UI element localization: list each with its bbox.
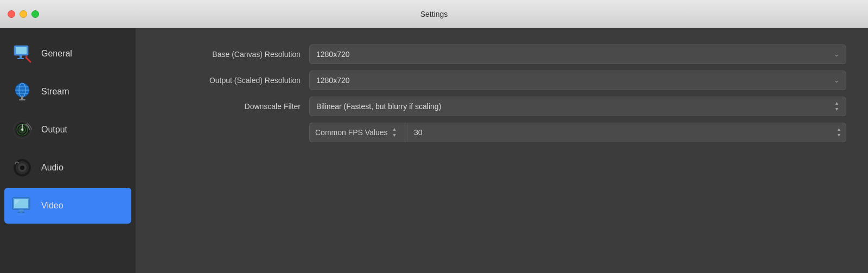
close-button[interactable] <box>8 10 15 18</box>
svg-rect-2 <box>20 55 22 58</box>
downscale-filter-label: Downscale Filter <box>157 102 309 111</box>
main-container: General Stream <box>0 28 868 273</box>
video-icon <box>11 194 34 217</box>
fps-stepper-down-icon: ▼ <box>392 133 397 138</box>
fps-stepper-icon[interactable]: ▲ ▼ <box>392 127 397 138</box>
sidebar-item-audio[interactable]: Audio <box>4 150 131 186</box>
svg-rect-1 <box>16 47 27 54</box>
fps-value-stepper[interactable]: ▲ ▼ <box>837 127 841 138</box>
sidebar: General Stream <box>0 28 136 273</box>
sidebar-item-label-general: General <box>41 49 72 59</box>
stream-icon <box>11 80 34 103</box>
svg-rect-11 <box>21 97 23 99</box>
sidebar-item-stream[interactable]: Stream <box>4 74 131 110</box>
svg-rect-12 <box>19 99 25 100</box>
svg-rect-3 <box>17 58 24 59</box>
fps-value-up-icon: ▲ <box>837 127 841 132</box>
downscale-filter-value: Bilinear (Fastest, but blurry if scaling… <box>316 102 834 111</box>
fps-selector-label: Common FPS Values <box>315 128 388 137</box>
general-icon <box>11 42 34 65</box>
titlebar: Settings <box>0 0 868 28</box>
base-resolution-label: Base (Canvas) Resolution <box>157 50 309 59</box>
fps-row: Common FPS Values ▲ ▼ 30 ▲ ▼ <box>157 123 846 142</box>
output-resolution-value: 1280x720 <box>316 76 834 85</box>
sidebar-item-label-output: Output <box>41 125 67 135</box>
fps-selector-dropdown[interactable]: Common FPS Values ▲ ▼ <box>309 123 407 142</box>
svg-line-4 <box>26 58 30 62</box>
output-icon <box>11 118 34 141</box>
sidebar-item-general[interactable]: General <box>4 36 131 72</box>
fps-stepper-up-icon: ▲ <box>392 127 397 132</box>
stepper-down-icon: ▼ <box>834 107 839 112</box>
base-resolution-value: 1280x720 <box>316 50 834 59</box>
fps-value-text: 30 <box>414 128 423 137</box>
fps-combined: Common FPS Values ▲ ▼ 30 ▲ ▼ <box>309 123 846 142</box>
base-resolution-row: Base (Canvas) Resolution 1280x720 ⌄ <box>157 45 846 64</box>
fps-value-field[interactable]: 30 ▲ ▼ <box>407 123 846 142</box>
content-area: Base (Canvas) Resolution 1280x720 ⌄ Outp… <box>136 28 868 273</box>
stepper-up-icon: ▲ <box>834 101 839 106</box>
window-controls <box>8 10 39 18</box>
svg-rect-28 <box>20 212 22 213</box>
window-title: Settings <box>420 10 448 18</box>
sidebar-item-output[interactable]: Output <box>4 112 131 148</box>
sidebar-item-label-audio: Audio <box>41 163 63 173</box>
fps-value-down-icon: ▼ <box>837 133 841 138</box>
downscale-filter-row: Downscale Filter Bilinear (Fastest, but … <box>157 97 846 116</box>
chevron-down-icon-2: ⌄ <box>834 77 839 84</box>
output-resolution-label: Output (Scaled) Resolution <box>157 76 309 85</box>
maximize-button[interactable] <box>31 10 39 18</box>
output-resolution-dropdown[interactable]: 1280x720 ⌄ <box>309 71 846 90</box>
stepper-icon[interactable]: ▲ ▼ <box>834 101 839 112</box>
base-resolution-dropdown[interactable]: 1280x720 ⌄ <box>309 45 846 64</box>
sidebar-item-label-video: Video <box>41 201 63 211</box>
sidebar-item-video[interactable]: Video <box>4 188 131 224</box>
svg-point-29 <box>16 213 26 215</box>
output-resolution-row: Output (Scaled) Resolution 1280x720 ⌄ <box>157 71 846 90</box>
downscale-filter-dropdown[interactable]: Bilinear (Fastest, but blurry if scaling… <box>309 97 846 116</box>
svg-point-23 <box>20 166 24 170</box>
audio-icon <box>11 156 34 179</box>
chevron-down-icon: ⌄ <box>834 50 839 58</box>
minimize-button[interactable] <box>20 10 27 18</box>
svg-point-19 <box>21 129 23 131</box>
sidebar-item-label-stream: Stream <box>41 87 69 97</box>
